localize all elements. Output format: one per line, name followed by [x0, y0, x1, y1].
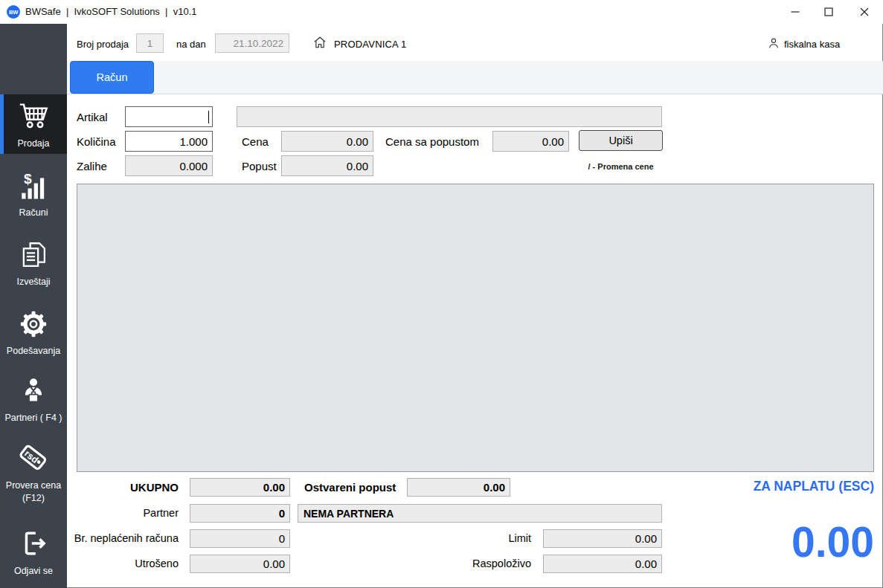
date-input[interactable]: 21.10.2022	[215, 33, 289, 53]
window-title: BWSafe | IvkoSOFT Solutions | v10.1	[25, 6, 197, 17]
cena-label: Cena	[242, 135, 269, 148]
svg-text:$: $	[24, 171, 32, 187]
sidebar-item-izvestaji[interactable]: Izveštaji	[0, 234, 67, 294]
sidebar-item-prodaja[interactable]: Prodaja	[0, 94, 67, 154]
app-window: BW BWSafe | IvkoSOFT Solutions | v10.1 P…	[0, 0, 883, 588]
app-logo-icon: BW	[7, 5, 20, 19]
reports-icon	[18, 239, 49, 271]
na-dan-label: na dan	[176, 39, 206, 50]
cena-display: 0.00	[281, 131, 373, 152]
ostvareni-popust-display: 0.00	[407, 478, 510, 497]
zalihe-display: 0.000	[125, 155, 213, 176]
br-neplacenih-display: 0	[190, 529, 290, 548]
artikal-name-display	[237, 106, 662, 127]
artikal-input[interactable]	[125, 106, 213, 127]
close-button[interactable]	[845, 0, 883, 24]
cena-sa-popustom-label: Cena sa popustom	[385, 135, 479, 148]
ukupno-display: 0.00	[190, 478, 290, 497]
close-icon	[860, 7, 869, 16]
za-naplatu-amount: 0.00	[636, 517, 874, 566]
sidebar-item-provera-cena[interactable]: rsd Provera cena (F12)	[0, 437, 67, 508]
ukupno-label: UKUPNO	[15, 478, 179, 497]
tab-racun[interactable]: Račun	[70, 61, 154, 94]
maximize-icon	[824, 7, 833, 16]
gear-icon	[18, 308, 49, 340]
br-neplacenih-label: Br. neplaćenih računa	[15, 529, 179, 548]
artikal-label: Artikal	[77, 111, 108, 123]
maximize-button[interactable]	[812, 0, 845, 24]
minimize-button[interactable]	[778, 0, 812, 24]
user-icon	[767, 36, 780, 50]
cart-icon	[16, 98, 51, 132]
sidebar-item-racuni[interactable]: $ Računi	[0, 165, 67, 224]
broj-prodaja-input[interactable]: 1	[136, 33, 164, 53]
tab-bar: Račun	[67, 61, 883, 94]
utroseno-label: Utrošeno	[15, 555, 179, 573]
titlebar: BW BWSafe | IvkoSOFT Solutions | v10.1	[0, 0, 883, 24]
sidebar-item-label: Izveštaji	[16, 276, 50, 288]
popust-display: 0.00	[281, 155, 373, 176]
sidebar-item-label: Računi	[19, 207, 48, 219]
sidebar-item-label: Podešavanja	[7, 345, 60, 357]
sidebar-item-label: Partneri ( F4 )	[4, 412, 62, 424]
cena-sa-popustom-display: 0.00	[492, 131, 569, 152]
minimize-icon	[791, 7, 800, 16]
upisi-button[interactable]: Upiši	[579, 130, 663, 151]
limit-label: Limit	[442, 529, 531, 548]
popust-label: Popust	[242, 160, 277, 172]
raspolozivo-label: Raspoloživo	[442, 555, 531, 573]
dollar-bars-icon: $	[18, 170, 49, 201]
text-caret	[208, 111, 209, 123]
sales-items-grid[interactable]	[77, 184, 874, 472]
partner-status-display: NEMA PARTNERA	[298, 504, 662, 523]
utroseno-display: 0.00	[190, 555, 290, 573]
zalihe-label: Zalihe	[77, 160, 107, 172]
partner-label: Partner	[15, 504, 179, 523]
broj-prodaja-label: Broj prodaja	[77, 39, 129, 50]
sidebar-item-podesavanja[interactable]: Podešavanja	[0, 303, 67, 363]
promena-cene-hint: / - Promena cene	[573, 162, 669, 171]
kolicina-input[interactable]: 1.000	[125, 131, 213, 152]
sidebar-item-label: Prodaja	[17, 138, 49, 149]
partner-display: 0	[190, 504, 290, 523]
kolicina-label: Količina	[77, 135, 116, 148]
user-label: fiskalna kasa	[784, 39, 840, 50]
home-icon	[312, 35, 327, 50]
za-naplatu-label[interactable]: ZA NAPLATU (ESC)	[670, 479, 874, 494]
sidebar-item-partneri[interactable]: Partneri ( F4 )	[0, 370, 67, 430]
store-name: PRODAVNICA 1	[334, 39, 407, 50]
partner-icon	[18, 375, 49, 407]
ostvareni-popust-label: Ostvareni popust	[304, 478, 408, 497]
price-tag-icon: rsd	[17, 442, 50, 474]
